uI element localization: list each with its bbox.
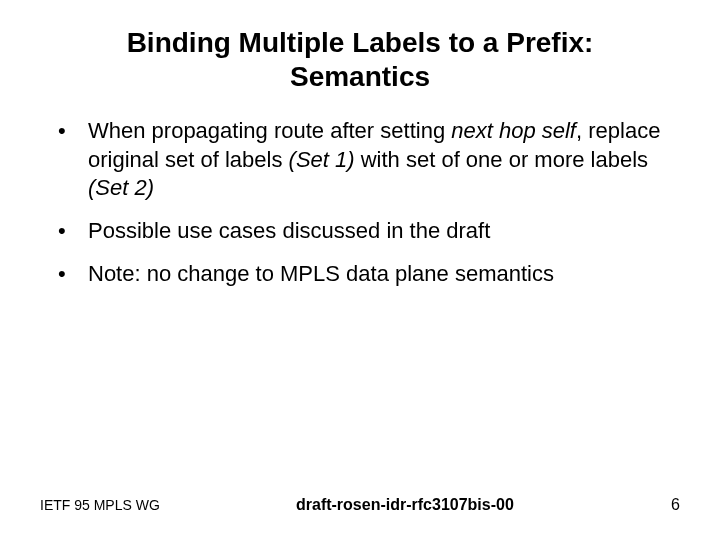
bullet-emph: next hop self [451,118,576,143]
bullet-emph: (Set 1) [289,147,355,172]
bullet-emph: (Set 2) [88,175,154,200]
title-line-1: Binding Multiple Labels to a Prefix: [127,27,594,58]
title-line-2: Semantics [290,61,430,92]
slide: Binding Multiple Labels to a Prefix: Sem… [0,0,720,540]
footer-left: IETF 95 MPLS WG [40,497,160,513]
bullet-list: When propagating route after setting nex… [40,117,680,288]
bullet-item: When propagating route after setting nex… [40,117,680,203]
footer-page-number: 6 [650,496,680,514]
bullet-text: Note: no change to MPLS data plane seman… [88,261,554,286]
bullet-item: Possible use cases discussed in the draf… [40,217,680,246]
bullet-text: with set of one or more labels [355,147,648,172]
bullet-item: Note: no change to MPLS data plane seman… [40,260,680,289]
footer-center: draft-rosen-idr-rfc3107bis-00 [160,496,650,514]
slide-title: Binding Multiple Labels to a Prefix: Sem… [40,26,680,93]
bullet-text: When propagating route after setting [88,118,451,143]
bullet-text: Possible use cases discussed in the draf… [88,218,490,243]
slide-footer: IETF 95 MPLS WG draft-rosen-idr-rfc3107b… [0,496,720,514]
